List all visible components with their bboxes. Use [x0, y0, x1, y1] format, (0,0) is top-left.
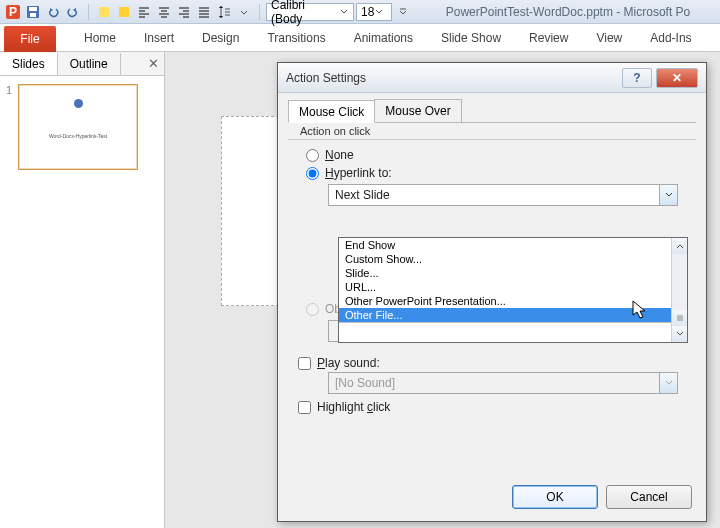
tab-mouse-click[interactable]: Mouse Click — [288, 100, 375, 123]
highlight2-icon[interactable] — [115, 3, 133, 21]
highlight-icon[interactable] — [95, 3, 113, 21]
chevron-down-icon[interactable] — [659, 185, 677, 205]
hyperlink-dropdown-list[interactable]: End Show Custom Show... Slide... URL... … — [338, 237, 688, 343]
quick-access-toolbar: P Calibri (Body 18 — [4, 3, 412, 21]
svg-text:P: P — [9, 5, 17, 19]
dialog-titlebar[interactable]: Action Settings ? ✕ — [278, 63, 706, 93]
qat-more-icon[interactable] — [394, 3, 412, 21]
align-center-icon[interactable] — [155, 3, 173, 21]
font-name-value: Calibri (Body — [271, 0, 339, 26]
chevron-down-icon — [659, 373, 677, 393]
radio-none[interactable] — [306, 149, 319, 162]
svg-rect-3 — [29, 7, 37, 11]
slide-index: 1 — [6, 84, 12, 170]
slide-caption: Word-Docx-Hyperlink-Test — [19, 133, 137, 139]
option-hyperlink-label: Hyperlink to: — [325, 166, 392, 180]
dialog-body: Mouse Click Mouse Over Action on click N… — [278, 93, 706, 426]
font-size-value: 18 — [361, 5, 374, 19]
sound-combo: [No Sound] — [328, 372, 678, 394]
dropdown-item[interactable]: Other PowerPoint Presentation... — [339, 294, 687, 308]
dropdown-list: End Show Custom Show... Slide... URL... … — [339, 238, 687, 322]
highlight-click-check[interactable]: Highlight click — [298, 400, 696, 414]
tab-mouse-over[interactable]: Mouse Over — [374, 99, 461, 122]
save-icon[interactable] — [24, 3, 42, 21]
qat-dropdown-icon[interactable] — [235, 3, 253, 21]
dropdown-input-area[interactable] — [339, 322, 687, 342]
option-hyperlink[interactable]: Hyperlink to: — [306, 166, 696, 180]
play-sound-label: Play sound: — [317, 356, 380, 370]
app-icon[interactable]: P — [4, 3, 22, 21]
dialog-tabs: Mouse Click Mouse Over — [288, 99, 696, 123]
radio-object-action — [306, 303, 319, 316]
scroll-up-icon[interactable] — [672, 238, 687, 254]
dialog-buttons: OK Cancel — [512, 485, 692, 509]
ribbon-tabs: File Home Insert Design Transitions Anim… — [0, 24, 720, 52]
action-settings-dialog: Action Settings ? ✕ Mouse Click Mouse Ov… — [277, 62, 707, 522]
slide-thumbnail[interactable]: Word-Docx-Hyperlink-Test — [18, 84, 138, 170]
tab-view[interactable]: View — [582, 26, 636, 51]
file-tab[interactable]: File — [4, 26, 56, 52]
align-left-icon[interactable] — [135, 3, 153, 21]
tab-home[interactable]: Home — [70, 26, 130, 51]
tab-review[interactable]: Review — [515, 26, 582, 51]
ok-button[interactable]: OK — [512, 485, 598, 509]
font-size-box[interactable]: 18 — [356, 3, 392, 21]
tab-insert[interactable]: Insert — [130, 26, 188, 51]
close-pane-icon[interactable]: ✕ — [142, 56, 164, 71]
undo-icon[interactable] — [44, 3, 62, 21]
svg-rect-6 — [119, 7, 129, 17]
close-button[interactable]: ✕ — [656, 68, 698, 88]
cancel-button[interactable]: Cancel — [606, 485, 692, 509]
dropdown-item[interactable]: End Show — [339, 238, 687, 252]
dropdown-item-selected[interactable]: Other File... — [339, 308, 687, 322]
checkbox-highlight-click[interactable] — [298, 401, 311, 414]
checkbox-play-sound[interactable] — [298, 357, 311, 370]
play-sound-check[interactable]: Play sound: — [298, 356, 696, 370]
scroll-track[interactable] — [672, 254, 687, 310]
hyperlink-combo[interactable]: Next Slide — [328, 184, 678, 206]
align-justify-icon[interactable] — [195, 3, 213, 21]
chevron-down-icon[interactable] — [339, 8, 349, 16]
dropdown-item[interactable]: Custom Show... — [339, 252, 687, 266]
outline-tab[interactable]: Outline — [58, 53, 121, 75]
tab-animations[interactable]: Animations — [340, 26, 427, 51]
tab-transitions[interactable]: Transitions — [253, 26, 339, 51]
shape-dot-icon — [74, 99, 83, 108]
tab-add-ins[interactable]: Add-Ins — [636, 26, 705, 51]
hyperlink-value: Next Slide — [329, 185, 659, 205]
slide-thumb-row: 1 Word-Docx-Hyperlink-Test — [0, 76, 164, 178]
option-none[interactable]: None — [306, 148, 696, 162]
dialog-title: Action Settings — [286, 71, 366, 85]
group-legend: Action on click — [296, 125, 374, 137]
slides-panel: Slides Outline ✕ 1 Word-Docx-Hyperlink-T… — [0, 52, 165, 528]
scroll-down-icon[interactable] — [672, 326, 687, 342]
highlight-click-label: Highlight click — [317, 400, 390, 414]
titlebar: P Calibri (Body 18 PowerPointTest-WordDo… — [0, 0, 720, 24]
svg-rect-4 — [30, 13, 36, 17]
align-right-icon[interactable] — [175, 3, 193, 21]
option-none-label: None — [325, 148, 354, 162]
svg-rect-5 — [99, 7, 109, 17]
dropdown-item[interactable]: URL... — [339, 280, 687, 294]
tab-design[interactable]: Design — [188, 26, 253, 51]
window-title: PowerPointTest-WordDoc.pptm - Microsoft … — [412, 5, 716, 19]
font-name-box[interactable]: Calibri (Body — [266, 3, 354, 21]
dropdown-scrollbar[interactable] — [671, 238, 687, 342]
sound-value: [No Sound] — [329, 373, 659, 393]
slides-panel-tabs: Slides Outline ✕ — [0, 52, 164, 76]
radio-hyperlink[interactable] — [306, 167, 319, 180]
dropdown-item[interactable]: Slide... — [339, 266, 687, 280]
line-spacing-icon[interactable] — [215, 3, 233, 21]
tab-slide-show[interactable]: Slide Show — [427, 26, 515, 51]
chevron-down-icon[interactable] — [374, 8, 384, 16]
action-on-click-group: Action on click None Hyperlink to: Next … — [288, 131, 696, 342]
scroll-grip-icon[interactable] — [672, 310, 687, 326]
slides-tab[interactable]: Slides — [0, 53, 58, 75]
help-button[interactable]: ? — [622, 68, 652, 88]
redo-icon[interactable] — [64, 3, 82, 21]
